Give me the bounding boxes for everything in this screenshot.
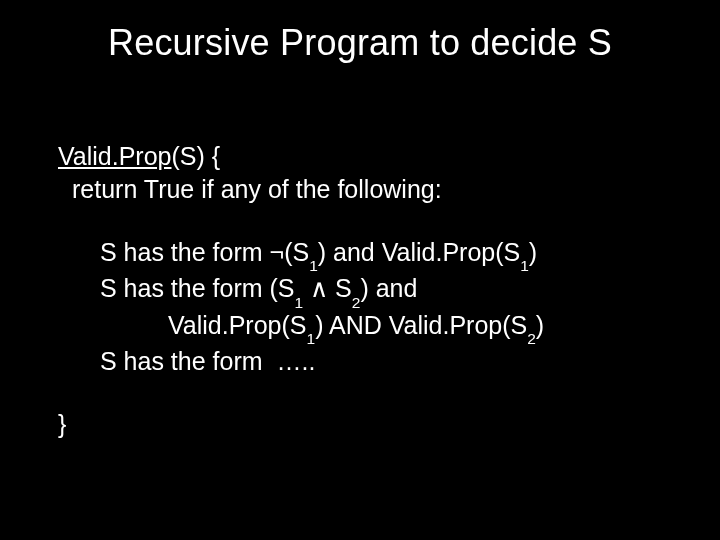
close-brace: } (58, 408, 680, 441)
slide-title: Recursive Program to decide S (0, 22, 720, 64)
return-line: return True if any of the following: (58, 173, 680, 206)
fn-decl-line: Valid.Prop(S) { (58, 140, 680, 173)
fn-arg: (S) { (172, 142, 221, 170)
case-2-line-1: S has the form (S1 ∧ S2) and (58, 272, 680, 308)
case-3: S has the form ….. (58, 345, 680, 378)
spacer (58, 206, 680, 236)
slide-body: Valid.Prop(S) { return True if any of th… (58, 140, 680, 441)
slide: Recursive Program to decide S Valid.Prop… (0, 0, 720, 540)
and-symbol: ∧ (303, 274, 335, 302)
case-1: S has the form ¬(S1) and Valid.Prop(S1) (58, 236, 680, 272)
case-2-line-2: Valid.Prop(S1) AND Valid.Prop(S2) (58, 309, 680, 345)
not-symbol: ¬ (270, 238, 285, 266)
spacer-2 (58, 378, 680, 408)
fn-name: Valid.Prop (58, 142, 172, 170)
